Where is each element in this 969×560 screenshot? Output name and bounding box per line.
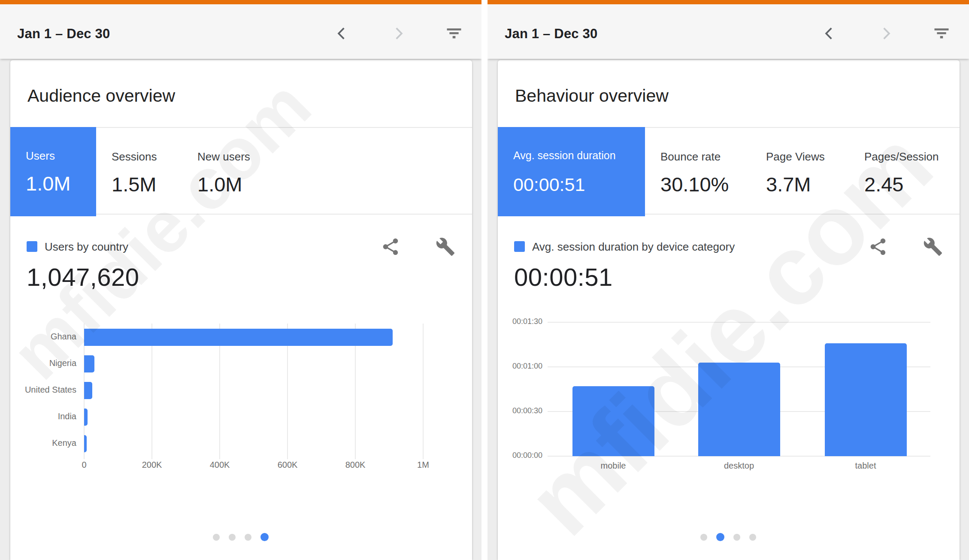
category-label: United States <box>0 385 76 395</box>
bar-nigeria <box>84 355 94 372</box>
bar-tablet <box>825 343 907 456</box>
category-label: Nigeria <box>0 358 76 368</box>
category-label: India <box>0 412 76 421</box>
chevron-right-icon <box>390 25 407 43</box>
x-axis-tick-label: 200K <box>122 460 182 470</box>
chevron-left-icon <box>821 25 838 43</box>
app-header: Jan 1 – Dec 30 <box>0 4 481 59</box>
next-period-button[interactable] <box>388 24 409 44</box>
x-axis-tick-label: 0 <box>54 460 114 470</box>
filter-icon[interactable] <box>444 24 464 44</box>
bar-desktop <box>698 363 780 456</box>
x-axis-tick-label: 400K <box>190 460 250 470</box>
pagination-dot-2[interactable] <box>716 533 724 541</box>
previous-period-button[interactable] <box>819 24 839 44</box>
gridline <box>548 322 930 323</box>
pagination-dot-4[interactable] <box>749 534 756 541</box>
filter-icon[interactable] <box>931 24 952 44</box>
bar-india <box>84 409 88 426</box>
bar-ghana <box>84 329 393 346</box>
x-axis-tick-label: 800K <box>325 460 385 470</box>
category-label: Ghana <box>0 332 76 342</box>
pagination-dot-4[interactable] <box>260 533 269 541</box>
app-header: Jan 1 – Dec 30 <box>488 4 969 59</box>
chevron-right-icon <box>878 25 895 43</box>
pagination-dot-1[interactable] <box>213 534 220 541</box>
pagination-dots <box>0 533 481 541</box>
x-axis-tick-label: 600K <box>257 460 318 470</box>
previous-period-button[interactable] <box>331 24 352 44</box>
category-label: mobile <box>570 461 656 471</box>
top-accent-bar <box>488 0 969 4</box>
panel-behaviour-overview: Jan 1 – Dec 30 Behaviour overview Avg. s… <box>488 0 969 560</box>
category-label: desktop <box>696 461 782 471</box>
pagination-dot-3[interactable] <box>733 534 740 541</box>
y-axis-tick-label: 00:00:00 <box>488 451 542 460</box>
top-accent-bar <box>0 0 481 4</box>
gridline <box>423 324 424 459</box>
date-range[interactable]: Jan 1 – Dec 30 <box>17 26 110 42</box>
pagination-dot-2[interactable] <box>229 534 236 541</box>
filter-funnel-icon <box>932 24 951 44</box>
next-period-button[interactable] <box>876 24 896 44</box>
y-axis-tick-label: 00:01:30 <box>488 317 542 326</box>
filter-funnel-icon <box>445 24 463 44</box>
date-range[interactable]: Jan 1 – Dec 30 <box>505 26 598 42</box>
y-axis-tick-label: 00:01:00 <box>488 362 542 371</box>
chevron-left-icon <box>333 25 350 43</box>
category-label: Kenya <box>0 438 76 448</box>
users-by-country-bar-chart: 0200K400K600K800K1MGhanaNigeriaUnited St… <box>0 0 481 560</box>
session-duration-bar-chart: 00:00:0000:00:3000:01:0000:01:30mobilede… <box>488 0 969 560</box>
pagination-dot-3[interactable] <box>245 534 251 541</box>
pagination-dots <box>488 533 969 541</box>
y-axis-tick-label: 00:00:30 <box>488 406 542 415</box>
pagination-dot-1[interactable] <box>700 534 707 541</box>
panel-audience-overview: Jan 1 – Dec 30 Audience overview Users1.… <box>0 0 481 560</box>
bar-kenya <box>84 435 87 452</box>
bar-mobile <box>572 386 654 456</box>
bar-united-states <box>84 382 92 399</box>
category-label: tablet <box>823 461 908 471</box>
x-axis-tick-label: 1M <box>393 460 453 470</box>
